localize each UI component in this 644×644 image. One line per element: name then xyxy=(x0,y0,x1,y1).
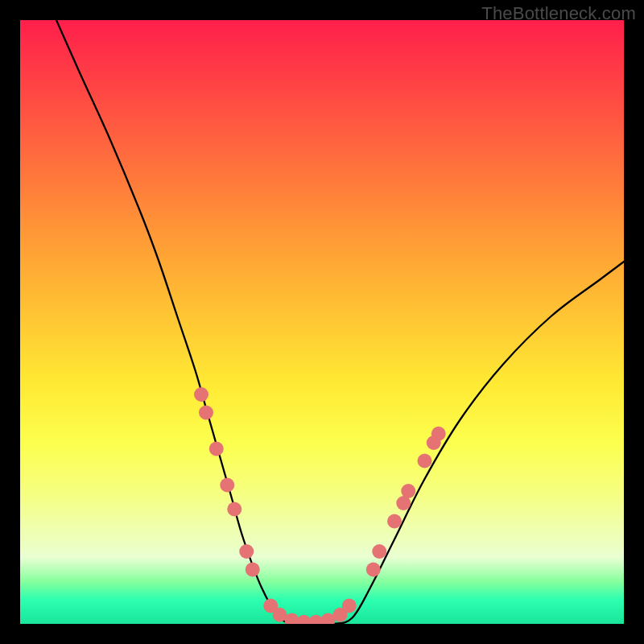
marker-dot xyxy=(220,478,234,493)
curve-layer xyxy=(56,20,624,624)
marker-dot xyxy=(246,563,260,577)
marker-dot xyxy=(239,544,254,559)
marker-dot xyxy=(199,406,213,420)
chart-frame: TheBottleneck.com xyxy=(0,0,644,644)
bottleneck-curve xyxy=(56,20,624,624)
marker-dot xyxy=(194,387,208,402)
marker-dot xyxy=(401,484,415,498)
marker-dot xyxy=(366,563,381,577)
marker-dot xyxy=(418,454,432,469)
plot-area xyxy=(20,20,624,624)
marker-dot xyxy=(227,502,242,517)
chart-svg xyxy=(20,20,624,624)
marker-dot xyxy=(342,599,357,613)
marker-dot xyxy=(431,427,446,441)
marker-dot xyxy=(209,442,224,456)
marker-layer xyxy=(194,387,446,624)
watermark-text: TheBottleneck.com xyxy=(481,3,636,24)
marker-dot xyxy=(372,544,386,559)
marker-dot xyxy=(387,514,402,529)
